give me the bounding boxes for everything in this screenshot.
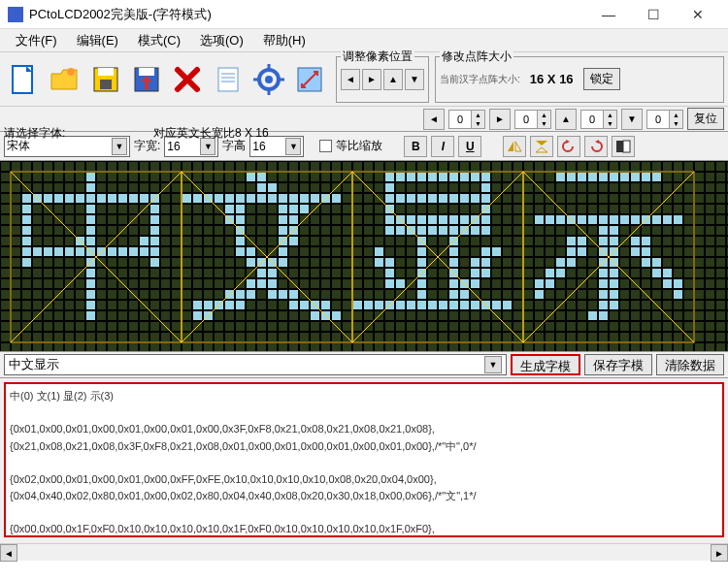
svg-rect-10: [218, 68, 238, 91]
svg-marker-24: [536, 147, 547, 152]
new-file-icon[interactable]: [5, 58, 44, 101]
menu-help[interactable]: 帮助(H): [253, 32, 315, 49]
spin2[interactable]: ▲▼: [514, 110, 551, 129]
scale-label: 等比缩放: [336, 138, 382, 154]
svg-rect-6: [100, 80, 112, 89]
pixel-adjust-group: 调整像素位置 ◄ ► ▲ ▼: [336, 56, 429, 103]
svg-rect-27: [616, 141, 623, 152]
svg-point-15: [265, 76, 273, 83]
toolbar: 调整像素位置 ◄ ► ▲ ▼ 修改点阵大小 当前汉字点阵大小: 16 X 16 …: [0, 52, 728, 107]
bold-button[interactable]: B: [404, 136, 427, 157]
dropdown-icon[interactable]: ▼: [285, 138, 301, 155]
svg-marker-23: [536, 141, 547, 145]
matrix-size-label: 修改点阵大小: [440, 48, 513, 65]
spin-right-icon[interactable]: ►: [489, 109, 511, 130]
invert-icon[interactable]: [612, 136, 635, 157]
delete-icon[interactable]: [168, 58, 207, 101]
svg-rect-8: [139, 68, 154, 76]
open-file-icon[interactable]: [46, 58, 84, 101]
svg-marker-25: [566, 140, 570, 144]
italic-button[interactable]: I: [431, 136, 454, 157]
save-font-button[interactable]: 保存字模: [584, 354, 652, 375]
spin3[interactable]: ▲▼: [580, 110, 617, 129]
save2-icon[interactable]: [127, 58, 166, 101]
flip-h-icon[interactable]: [503, 136, 526, 157]
output-text[interactable]: 中(0) 文(1) 显(2) 示(3) {0x01,0x00,0x01,0x00…: [4, 382, 724, 537]
select-font-label: 请选择字体:: [4, 125, 65, 142]
gear-icon[interactable]: [249, 58, 288, 101]
pixel-down-icon[interactable]: ▼: [405, 69, 424, 90]
maximize-button[interactable]: ☐: [631, 0, 676, 29]
input-row: ▼ 生成字模 保存字模 清除数据: [0, 351, 728, 378]
menu-mode[interactable]: 模式(C): [128, 32, 190, 49]
spin-left-icon[interactable]: ◄: [423, 109, 445, 130]
app-icon: [8, 7, 23, 22]
svg-rect-28: [623, 141, 630, 152]
matrix-sublabel: 当前汉字点阵大小:: [440, 73, 520, 86]
lock-button[interactable]: 锁定: [583, 68, 620, 90]
titlebar: PCtoLCD2002完美版-(字符模式) — ☐ ✕: [0, 0, 728, 29]
spin-down-icon[interactable]: ▼: [621, 109, 643, 130]
pixel-right-icon[interactable]: ►: [362, 69, 381, 90]
scroll-right-icon[interactable]: ►: [711, 544, 728, 562]
text-input-combo[interactable]: ▼: [4, 354, 507, 375]
spin1[interactable]: ▲▼: [448, 110, 485, 129]
scale-checkbox[interactable]: [319, 140, 332, 152]
pixel-canvas[interactable]: [0, 161, 728, 351]
text-input[interactable]: [9, 358, 484, 372]
minimize-button[interactable]: —: [586, 0, 631, 29]
list-icon[interactable]: [209, 58, 248, 101]
pixel-up-icon[interactable]: ▲: [383, 69, 403, 90]
pixel-left-icon[interactable]: ◄: [341, 69, 360, 90]
dropdown-icon[interactable]: ▼: [112, 138, 127, 155]
menu-options[interactable]: 选项(O): [190, 32, 253, 49]
svg-marker-22: [515, 142, 521, 151]
output-area: 中(0) 文(1) 显(2) 示(3) {0x01,0x00,0x01,0x00…: [0, 378, 728, 543]
close-button[interactable]: ✕: [676, 0, 720, 29]
spin-up-icon[interactable]: ▲: [555, 109, 577, 130]
horizontal-scrollbar[interactable]: ◄ ►: [0, 543, 728, 561]
pixel-adjust-label: 调整像素位置: [341, 48, 414, 65]
svg-point-3: [67, 68, 75, 76]
menu-edit[interactable]: 编辑(E): [67, 32, 128, 49]
spin4[interactable]: ▲▼: [646, 110, 683, 129]
scroll-left-icon[interactable]: ◄: [0, 544, 17, 562]
dropdown-icon[interactable]: ▼: [484, 356, 502, 373]
underline-button[interactable]: U: [458, 136, 481, 157]
svg-marker-21: [508, 142, 513, 151]
matrix-size-group: 修改点阵大小 当前汉字点阵大小: 16 X 16 锁定: [435, 56, 724, 103]
svg-rect-5: [98, 68, 114, 76]
reset-button[interactable]: 复位: [687, 108, 724, 130]
svg-marker-26: [595, 140, 599, 144]
rotate-left-icon[interactable]: [557, 136, 580, 157]
resize-icon[interactable]: [290, 58, 329, 101]
generate-button[interactable]: 生成字模: [511, 354, 580, 375]
rotate-right-icon[interactable]: [584, 136, 608, 157]
window-title: PCtoLCD2002完美版-(字符模式): [29, 6, 586, 23]
matrix-spinners-row: ◄ ▲▼ ► ▲▼ ▲ ▲▼ ▼ ▲▼ 复位: [0, 107, 728, 132]
ratio-label: 对应英文长宽比8 X 16: [153, 125, 269, 142]
clear-button[interactable]: 清除数据: [656, 354, 724, 375]
flip-v-icon[interactable]: [530, 136, 553, 157]
matrix-size-value: 16 X 16: [530, 72, 574, 86]
font-config-row: 请选择字体: ▼ 对应英文长宽比8 X 16 字宽: ▼ 字高 ▼ 等比缩放 B…: [0, 132, 728, 161]
save-icon[interactable]: [86, 58, 125, 101]
menu-file[interactable]: 文件(F): [6, 32, 67, 49]
